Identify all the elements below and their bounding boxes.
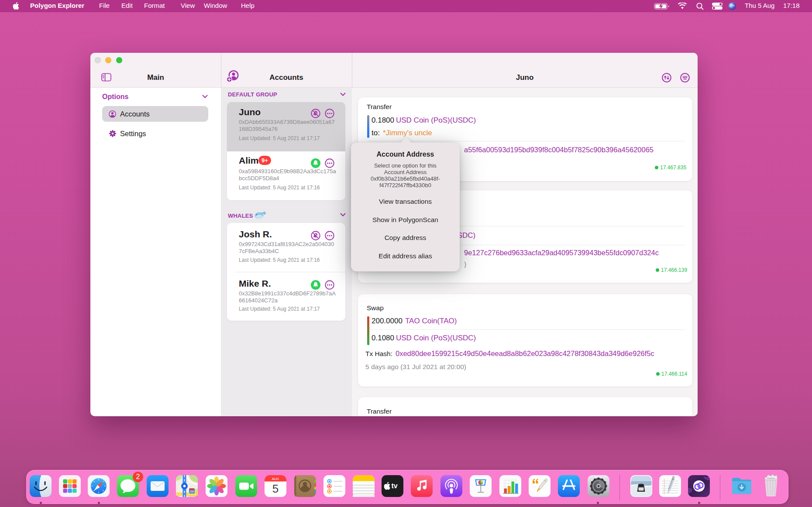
svg-text:280: 280 [189,490,194,493]
svg-text:5: 5 [272,482,279,495]
svg-text:AUG: AUG [272,477,279,481]
svg-text:tv: tv [392,482,398,490]
